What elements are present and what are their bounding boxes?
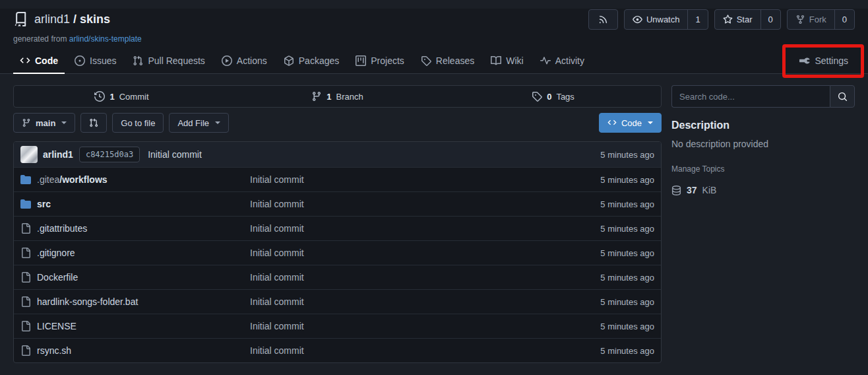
branch-icon bbox=[22, 118, 31, 127]
file-row: Dockerfile Initial commit 5 minutes ago bbox=[14, 265, 661, 289]
star-button[interactable]: Star bbox=[715, 10, 760, 29]
file-commit-time: 5 minutes ago bbox=[600, 248, 654, 258]
file-icon bbox=[20, 296, 31, 307]
file-icon bbox=[20, 321, 31, 331]
tab-activity[interactable]: Activity bbox=[534, 48, 591, 73]
file-commit-message[interactable]: Initial commit bbox=[250, 248, 600, 258]
code-search bbox=[671, 85, 855, 108]
tab-packages[interactable]: Packages bbox=[277, 48, 346, 73]
file-name-link[interactable]: .gitignore bbox=[20, 248, 250, 258]
fork-count[interactable]: 0 bbox=[834, 10, 854, 29]
star-count[interactable]: 0 bbox=[760, 10, 780, 29]
fork-icon bbox=[795, 15, 805, 24]
tab-pull-requests[interactable]: Pull Requests bbox=[126, 48, 211, 73]
tags-stat[interactable]: 0 Tags bbox=[445, 86, 661, 107]
current-branch: main bbox=[36, 118, 55, 128]
file-name-link[interactable]: rsync.sh bbox=[20, 345, 250, 356]
file-name-link[interactable]: src bbox=[20, 199, 250, 209]
file-commit-message[interactable]: Initial commit bbox=[250, 174, 600, 185]
caret-down-icon bbox=[648, 121, 653, 124]
branch-selector[interactable]: main bbox=[13, 113, 75, 133]
file-name-link[interactable]: .gitea/workflows bbox=[20, 174, 250, 185]
tab-releases[interactable]: Releases bbox=[414, 48, 481, 73]
tag-label: Tags bbox=[556, 92, 574, 102]
code-download-button[interactable]: Code bbox=[599, 113, 662, 133]
tab-settings[interactable]: Settings bbox=[793, 48, 855, 73]
file-rows: .gitea/workflows Initial commit 5 minute… bbox=[14, 167, 661, 362]
file-commit-time: 5 minutes ago bbox=[600, 175, 654, 185]
tab-code[interactable]: Code bbox=[13, 48, 65, 73]
star-icon bbox=[723, 15, 733, 24]
repo-owner-link[interactable]: arlind1 bbox=[34, 13, 70, 26]
compare-button[interactable] bbox=[80, 113, 107, 133]
file-name-link[interactable]: hardlink-songs-folder.bat bbox=[20, 296, 250, 307]
branch-label: Branch bbox=[336, 92, 363, 102]
rss-icon bbox=[589, 10, 617, 29]
book-open-icon bbox=[491, 55, 501, 66]
fork-button[interactable]: Fork bbox=[788, 10, 834, 29]
file-row: LICENSE Initial commit 5 minutes ago bbox=[14, 314, 661, 338]
search-input[interactable] bbox=[671, 85, 830, 108]
tag-count: 0 bbox=[547, 92, 551, 102]
add-file-button[interactable]: Add File bbox=[169, 113, 229, 133]
folder-icon bbox=[20, 199, 31, 209]
file-commit-message[interactable]: Initial commit bbox=[250, 296, 600, 307]
commit-author-link[interactable]: arlind1 bbox=[43, 149, 73, 160]
tag-icon bbox=[421, 55, 431, 66]
tab-issues[interactable]: Issues bbox=[68, 48, 123, 73]
unwatch-label: Unwatch bbox=[646, 15, 680, 24]
file-commit-message[interactable]: Initial commit bbox=[250, 223, 600, 234]
repo-toolbar: main Go to file Add File Code bbox=[13, 113, 662, 133]
tab-projects[interactable]: Projects bbox=[349, 48, 411, 73]
branch-icon bbox=[311, 91, 322, 102]
file-row: rsync.sh Initial commit 5 minutes ago bbox=[14, 338, 661, 362]
commit-label: Commit bbox=[119, 92, 149, 102]
file-row: .gitea/workflows Initial commit 5 minute… bbox=[14, 167, 661, 191]
tab-wiki[interactable]: Wiki bbox=[484, 48, 530, 73]
file-commit-time: 5 minutes ago bbox=[600, 224, 654, 234]
fork-label: Fork bbox=[809, 15, 826, 24]
play-circle-icon bbox=[222, 55, 232, 66]
fork-button-group: Fork 0 bbox=[787, 9, 855, 30]
rss-button[interactable] bbox=[588, 9, 618, 30]
file-icon bbox=[20, 345, 31, 356]
file-commit-message[interactable]: Initial commit bbox=[250, 272, 600, 283]
file-commit-time: 5 minutes ago bbox=[600, 273, 654, 283]
eye-icon bbox=[633, 15, 642, 24]
file-icon bbox=[20, 248, 31, 258]
tab-actions[interactable]: Actions bbox=[215, 48, 274, 73]
code-icon bbox=[607, 118, 617, 127]
file-name-link[interactable]: LICENSE bbox=[20, 321, 250, 331]
generated-from: generated from arlind/skins-template bbox=[13, 34, 855, 44]
file-name-link[interactable]: Dockerfile bbox=[20, 272, 250, 283]
file-commit-message[interactable]: Initial commit bbox=[250, 199, 600, 209]
manage-topics-link[interactable]: Manage Topics bbox=[671, 164, 855, 174]
repo-size-unit: KiB bbox=[702, 185, 717, 195]
commit-hash-link[interactable]: c84215d0a3 bbox=[79, 147, 140, 162]
file-commit-message[interactable]: Initial commit bbox=[250, 345, 600, 356]
go-to-file-button[interactable]: Go to file bbox=[112, 113, 164, 133]
branches-stat[interactable]: 1 Branch bbox=[230, 86, 445, 107]
file-name-link[interactable]: .gitattributes bbox=[20, 223, 250, 234]
file-row: src Initial commit 5 minutes ago bbox=[14, 191, 661, 216]
commit-message-link[interactable]: Initial commit bbox=[148, 149, 202, 160]
history-clock-icon bbox=[94, 91, 105, 102]
description-heading: Description bbox=[671, 119, 855, 131]
watch-button-group: Unwatch 1 bbox=[624, 9, 708, 30]
search-button[interactable] bbox=[830, 85, 855, 108]
avatar[interactable] bbox=[20, 146, 38, 163]
template-repo-link[interactable]: arlind/skins-template bbox=[69, 34, 142, 44]
folder-icon bbox=[20, 174, 31, 185]
commit-count: 1 bbox=[109, 92, 114, 102]
caret-down-icon bbox=[215, 121, 220, 124]
repo-tabs: Code Issues Pull Requests Actions Packag… bbox=[13, 48, 855, 73]
package-icon bbox=[284, 55, 294, 66]
repo-size: 37 KiB bbox=[671, 185, 855, 195]
repo-name-link[interactable]: skins bbox=[80, 13, 110, 26]
watch-count[interactable]: 1 bbox=[687, 10, 707, 29]
unwatch-button[interactable]: Unwatch bbox=[625, 10, 688, 29]
star-button-group: Star 0 bbox=[714, 9, 781, 30]
repo-header: arlind1 / skins Unwatch 1 Star bbox=[0, 9, 868, 74]
commits-stat[interactable]: 1 Commit bbox=[14, 86, 230, 107]
file-commit-message[interactable]: Initial commit bbox=[250, 321, 600, 331]
